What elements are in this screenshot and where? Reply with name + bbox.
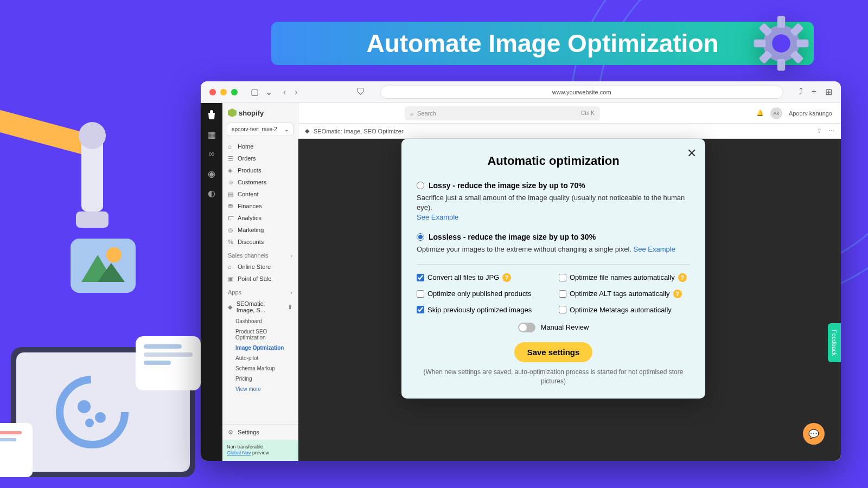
save-button[interactable]: Save settings [514,342,593,362]
nav-sub-product-seo[interactable]: Product SEO Optimization [222,326,298,343]
help-icon[interactable]: ? [502,273,511,282]
svg-rect-27 [144,361,171,365]
chevron-right-icon[interactable]: › [290,252,292,259]
manual-review-label: Manual Review [541,323,589,331]
lossy-example-link[interactable]: See Example [417,213,458,221]
svg-rect-2 [777,16,785,28]
nav-section-apps: Apps› [222,285,298,298]
chevron-down-icon[interactable]: ⌄ [265,87,272,97]
help-icon[interactable]: ? [678,273,687,282]
nav-sub-image-opt[interactable]: Image Optmization [222,343,298,353]
optimization-modal: ✕ Automatic optimization Lossy - reduce … [401,139,705,399]
new-tab-icon[interactable]: + [812,87,816,97]
store-selector[interactable]: apoorv-test_rave-2 ⌄ [227,123,293,136]
nav-sub-schema[interactable]: Schema Markup [222,363,298,374]
lossy-option: Lossy - reduce the image size by up to 7… [417,181,690,223]
keyboard-shortcut: Ctrl K [581,110,595,116]
app-crumb: SEOmatic: Image, SEO Optimizer [314,128,404,134]
gear-icon: ⚙ [228,429,234,435]
nav-section-sales: Sales channels› [222,248,298,261]
view-more-link[interactable]: View more [222,384,298,394]
svg-rect-3 [777,59,785,71]
browser-window: ▢ ⌄ ‹ › ⛉ www.yourwebsite.com ⤴ + ⊞ ▦ ∞ … [201,81,841,461]
svg-rect-30 [0,438,16,441]
crumb-bar: ◆ SEOmatic: Image, SEO Optimizer ⇧ ⋯ [298,124,841,139]
robot-arm-illustration [0,81,190,298]
address-bar[interactable]: www.yourwebsite.com [380,86,783,99]
tag-icon: ◈ [228,167,234,174]
nav-marketing[interactable]: ◎Marketing [222,224,298,236]
chat-icon[interactable]: 💬 [803,423,825,445]
check-alt[interactable] [559,290,566,298]
pin-icon[interactable]: ⇧ [288,304,292,311]
pin-icon[interactable]: ⇧ [817,127,822,134]
home-icon: ⌂ [228,143,234,150]
orders-icon: ☰ [228,155,234,162]
nav-analytics[interactable]: ⫍Analytics [222,212,298,224]
shopify-bag-icon[interactable] [206,110,217,120]
search-input[interactable]: ⌕ Search Ctrl K [405,106,600,120]
bell-icon[interactable]: 🔔 [756,110,764,117]
nav-customers[interactable]: ☺Customers [222,176,298,188]
rail-grid-icon[interactable]: ▦ [206,129,217,140]
maximize-window-button[interactable] [231,89,238,95]
share-icon[interactable]: ⤴ [799,87,803,97]
nav-online-store[interactable]: ⌂Online Store [222,261,298,273]
nav-sub-dashboard[interactable]: Dashboard [222,316,298,326]
check-skip[interactable] [417,306,424,313]
gear-3d-decoration [749,11,814,76]
feedback-tab[interactable]: Feedback [828,323,841,362]
lossless-label: Lossless - reduce the image size by up t… [429,233,596,241]
avatar[interactable]: Ak [770,107,782,119]
nav-products[interactable]: ◈Products [222,164,298,176]
nav-orders[interactable]: ☰Orders [222,152,298,164]
check-filenames[interactable] [559,274,566,281]
close-button[interactable]: ✕ [687,146,697,160]
lossless-radio[interactable] [417,233,424,241]
sidebar-toggle-icon[interactable]: ▢ [251,87,259,97]
nav-seomatic[interactable]: ◆SEOmatic: Image, S...⇧ [222,298,298,316]
check-jpg[interactable] [417,274,424,281]
browser-chrome: ▢ ⌄ ‹ › ⛉ www.yourwebsite.com ⤴ + ⊞ [201,81,841,103]
promo-banner: Automate Image Optimization [271,22,814,65]
content-area: ✕ Automatic optimization Lossy - reduce … [298,139,841,461]
divider [417,264,690,265]
rail-person-icon[interactable]: ◐ [206,188,217,198]
manual-review-row: Manual Review [417,323,690,332]
global-nav-link[interactable]: Global Nav [227,450,251,455]
minimize-window-button[interactable] [220,89,227,95]
help-icon[interactable]: ? [673,290,682,298]
shield-icon[interactable]: ⛉ [356,87,365,97]
lossless-example-link[interactable]: See Example [634,245,675,253]
rail-link-icon[interactable]: ∞ [206,149,217,159]
back-button[interactable]: ‹ [283,87,286,97]
nav-content[interactable]: ▤Content [222,188,298,200]
forward-button[interactable]: › [295,87,297,97]
banner-title: Automate Image Optimization [366,29,718,58]
manual-review-toggle[interactable] [518,323,535,332]
nav-finances[interactable]: ⛃Finances [222,200,298,212]
modal-title: Automatic optimization [417,154,690,168]
nav-discounts[interactable]: %Discounts [222,236,298,248]
nav-home[interactable]: ⌂Home [222,140,298,152]
check-published[interactable] [417,290,424,298]
check-meta[interactable] [559,306,566,313]
nav-settings[interactable]: ⚙Settings [222,424,298,440]
more-icon[interactable]: ⋯ [828,127,834,134]
nav-sub-pricing[interactable]: Pricing [222,374,298,384]
svg-point-1 [772,34,790,53]
svg-rect-5 [797,40,809,47]
shopify-logo[interactable]: shopify [222,103,298,123]
lossy-radio[interactable] [417,182,424,189]
tabs-icon[interactable]: ⊞ [825,87,832,97]
close-window-button[interactable] [209,89,216,95]
user-name: Apoorv kanungo [789,110,832,117]
svg-point-17 [106,247,122,262]
search-icon: ⌕ [410,110,414,117]
checkbox-grid: Convert all files to JPG? Optimize file … [417,273,690,314]
nav-sub-autopilot[interactable]: Auto-pilot [222,353,298,363]
chevron-right-icon[interactable]: › [290,289,292,296]
svg-rect-29 [0,431,22,434]
nav-pos[interactable]: ▣Point of Sale [222,273,298,285]
rail-globe-icon[interactable]: ◉ [206,168,217,179]
